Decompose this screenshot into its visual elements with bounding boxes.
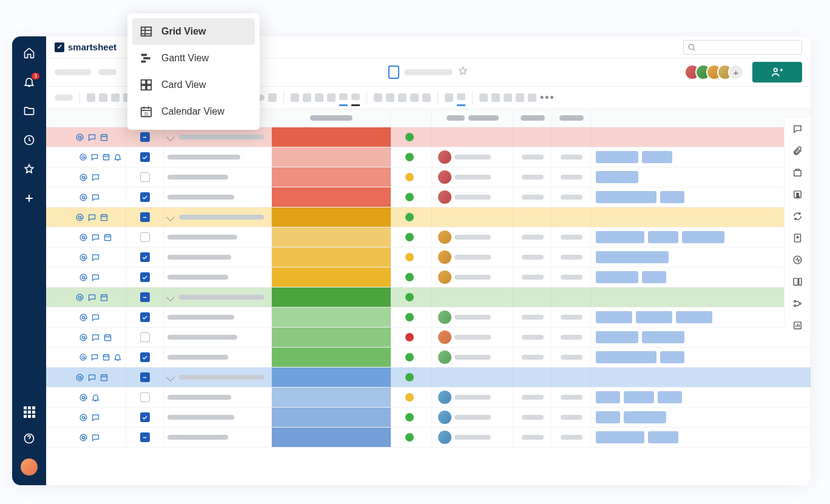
chat-icon[interactable] (91, 253, 100, 262)
apps-icon[interactable] (22, 405, 36, 418)
table-row[interactable] (46, 428, 811, 448)
toolbar-item[interactable] (87, 93, 95, 102)
tag[interactable] (596, 331, 638, 343)
toolbar-item[interactable] (528, 93, 536, 102)
tag[interactable] (642, 331, 684, 343)
checkbox[interactable] (140, 272, 150, 282)
table-row[interactable] (46, 167, 811, 187)
at-icon[interactable] (79, 353, 87, 362)
bell-icon[interactable] (113, 353, 122, 362)
tag[interactable] (642, 271, 666, 283)
view-option-grid[interactable]: Grid View (132, 18, 255, 45)
favorites-icon[interactable] (22, 163, 36, 176)
view-option-gantt[interactable]: Gantt View (132, 45, 255, 72)
table-row[interactable] (46, 307, 811, 328)
toolbar-item[interactable] (99, 93, 107, 102)
tag[interactable] (596, 411, 620, 423)
table-row[interactable] (46, 267, 811, 287)
assignee-avatar[interactable] (438, 230, 451, 244)
tag[interactable] (636, 311, 672, 323)
chat-icon[interactable] (91, 233, 100, 242)
assignee-avatar[interactable] (438, 331, 451, 344)
tag[interactable] (648, 431, 678, 443)
logo[interactable]: ✓ smartsheet (55, 42, 116, 52)
chat-icon[interactable] (91, 313, 100, 322)
table-row[interactable] (46, 368, 811, 388)
checkbox[interactable] (140, 152, 150, 162)
checkbox[interactable] (140, 292, 150, 302)
table-row[interactable] (46, 187, 811, 207)
workflows-icon[interactable] (792, 298, 803, 309)
chat-icon[interactable] (91, 273, 100, 282)
cal-icon[interactable] (100, 213, 109, 222)
collaborator-avatars[interactable]: + (684, 64, 744, 80)
toolbar-item[interactable] (422, 93, 431, 102)
sheet-title[interactable] (404, 69, 453, 75)
toolbar-item[interactable] (111, 93, 120, 102)
help-icon[interactable] (22, 432, 36, 445)
assignee-avatar[interactable] (438, 170, 451, 184)
add-collaborator-button[interactable]: + (728, 64, 744, 80)
chat-icon[interactable] (87, 293, 96, 302)
toolbar-item[interactable] (291, 93, 299, 102)
toolbar-item[interactable] (374, 93, 382, 102)
sheet-summary-icon[interactable] (792, 276, 803, 287)
at-icon[interactable] (75, 133, 84, 142)
notifications-icon[interactable]: 3 (22, 75, 36, 89)
activity-log-icon[interactable] (792, 254, 803, 265)
at-icon[interactable] (79, 253, 88, 262)
chat-icon[interactable] (87, 133, 96, 142)
table-row[interactable] (46, 247, 811, 267)
home-icon[interactable] (22, 46, 36, 59)
at-icon[interactable] (75, 213, 84, 222)
at-icon[interactable] (79, 393, 88, 402)
cal-icon[interactable] (103, 233, 112, 242)
assignee-avatar[interactable] (438, 190, 451, 204)
proofs-icon[interactable] (792, 167, 803, 178)
chat-icon[interactable] (91, 193, 100, 202)
recent-icon[interactable] (22, 133, 36, 147)
tag[interactable] (596, 391, 620, 403)
bell-icon[interactable] (91, 393, 100, 402)
user-avatar[interactable] (21, 459, 38, 475)
checkbox[interactable] (140, 312, 150, 322)
at-icon[interactable] (79, 193, 88, 202)
cal-icon[interactable] (103, 333, 112, 342)
table-row[interactable] (46, 127, 811, 147)
assignee-avatar[interactable] (438, 391, 451, 404)
checkbox[interactable] (140, 252, 150, 262)
star-icon[interactable] (457, 66, 468, 79)
chat-icon[interactable] (91, 413, 100, 422)
toolbar-item[interactable] (386, 93, 394, 102)
cal-icon[interactable] (102, 153, 110, 162)
tag[interactable] (648, 231, 678, 243)
cal-icon[interactable] (100, 293, 109, 302)
cal-icon[interactable] (100, 373, 109, 382)
tag[interactable] (596, 431, 644, 443)
tag[interactable] (596, 271, 638, 283)
assignee-avatar[interactable] (438, 150, 451, 164)
tag[interactable] (624, 411, 666, 423)
chat-icon[interactable] (90, 353, 99, 362)
cal-icon[interactable] (102, 353, 110, 362)
share-button[interactable] (752, 62, 802, 82)
view-option-card[interactable]: Card View (132, 72, 255, 98)
folder-icon[interactable] (22, 104, 36, 118)
table-row[interactable] (46, 328, 811, 348)
assignee-avatar[interactable] (438, 431, 451, 444)
assignee-avatar[interactable] (438, 250, 451, 264)
toolbar-more-icon[interactable]: ••• (540, 92, 555, 104)
checkbox[interactable] (140, 332, 150, 342)
checkbox[interactable] (140, 172, 150, 182)
toolbar-item[interactable] (410, 93, 419, 102)
brandfolder-icon[interactable] (792, 189, 803, 200)
chat-icon[interactable] (90, 153, 99, 162)
cal-icon[interactable] (100, 133, 109, 142)
at-icon[interactable] (79, 273, 88, 282)
tag[interactable] (596, 251, 669, 263)
attachments-icon[interactable] (792, 145, 803, 156)
at-icon[interactable] (79, 333, 88, 342)
table-row[interactable] (46, 408, 811, 428)
assignee-avatar[interactable] (438, 311, 451, 324)
checkbox[interactable] (140, 192, 150, 202)
